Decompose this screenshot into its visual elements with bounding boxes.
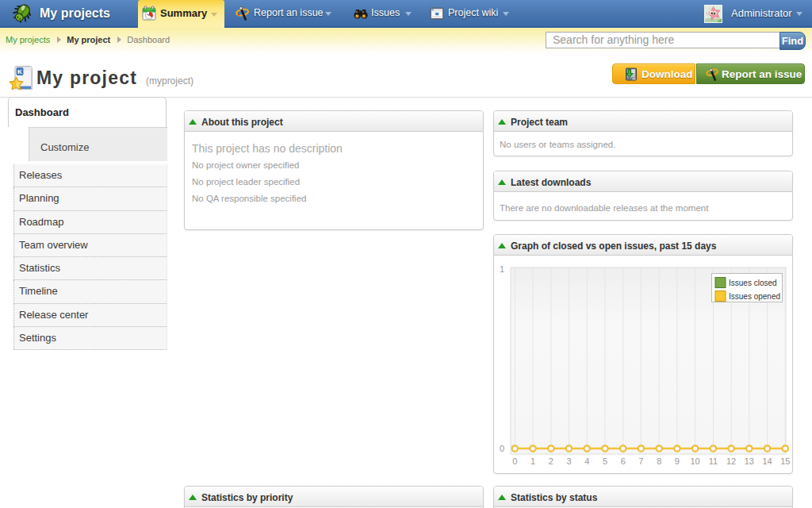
svg-text:2: 2 [549, 456, 553, 466]
svg-text:11: 11 [709, 456, 718, 466]
svg-text:0: 0 [500, 444, 504, 453]
svg-text:5: 5 [603, 456, 607, 466]
svg-text:8: 8 [657, 456, 661, 466]
svg-text:Issues opened: Issues opened [729, 292, 780, 301]
svg-text:0: 0 [512, 456, 517, 466]
svg-text:9: 9 [675, 456, 680, 466]
svg-text:15: 15 [780, 456, 790, 466]
svg-text:Issues closed: Issues closed [729, 279, 777, 287]
svg-text:6: 6 [621, 456, 626, 466]
svg-text:4: 4 [584, 456, 589, 466]
svg-text:10: 10 [690, 456, 699, 466]
svg-text:7: 7 [638, 456, 643, 466]
svg-text:3: 3 [566, 456, 571, 466]
svg-text:1: 1 [530, 456, 535, 466]
svg-text:13: 13 [745, 456, 754, 466]
svg-text:12: 12 [726, 456, 736, 466]
svg-text:14: 14 [762, 456, 772, 466]
svg-text:K: K [17, 68, 22, 75]
svg-text:1: 1 [500, 264, 504, 274]
